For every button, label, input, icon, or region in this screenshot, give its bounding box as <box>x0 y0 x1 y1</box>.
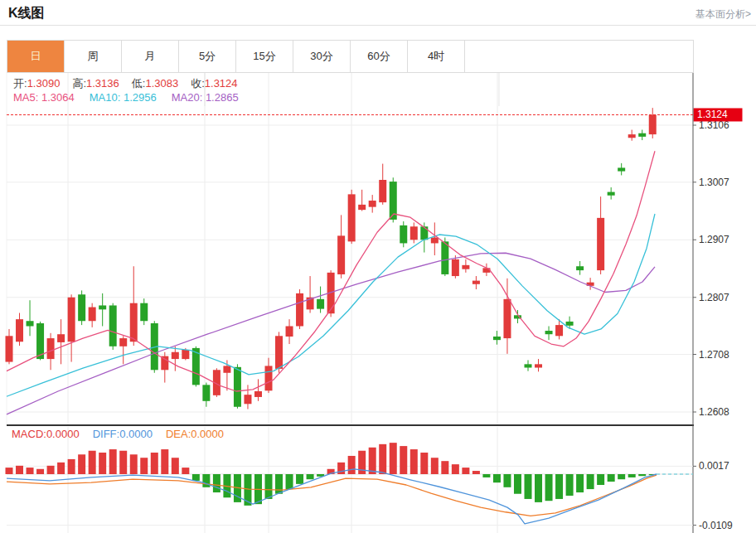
candle-down <box>27 321 34 326</box>
macd-bar-up <box>462 468 469 474</box>
candle-up <box>68 298 75 342</box>
macd-bar-up <box>47 466 55 474</box>
candle-up <box>503 299 511 338</box>
macd-bar-up <box>161 449 168 474</box>
ma20-readout: MA20: 1.2865 <box>172 91 239 104</box>
macd-bar-up <box>6 468 13 474</box>
candle-up <box>244 395 251 404</box>
high-label: 高: <box>72 77 86 90</box>
candle-up <box>628 134 636 138</box>
candle-down <box>441 241 448 274</box>
macd-bar-down <box>286 474 293 489</box>
high-value: 1.3136 <box>86 77 119 90</box>
candle-up <box>119 338 127 346</box>
price-tick-label: 1.2907 <box>699 234 729 245</box>
macd-bar-down <box>628 474 636 477</box>
macd-bar-down <box>503 474 511 487</box>
candle-up <box>172 352 179 359</box>
macd-bar-up <box>400 446 407 474</box>
candle-up <box>161 356 168 371</box>
macd-bar-up <box>182 468 189 474</box>
macd-bar-up <box>472 471 480 474</box>
macd-bar-down <box>525 474 532 499</box>
macd-bar-down <box>213 474 220 492</box>
macd-bar-up <box>140 458 148 474</box>
macd-bar-up <box>441 461 448 474</box>
macd-readout: MACD:0.0000DIFF:0.0000DEA:0.0000 <box>12 428 224 440</box>
candle-up <box>130 303 138 342</box>
price-tick-label: 1.2807 <box>699 292 729 303</box>
panel-separator <box>7 424 694 426</box>
candle-down <box>576 266 584 270</box>
candle-up <box>431 237 439 243</box>
candle-up <box>275 336 283 369</box>
open-label: 开: <box>13 77 27 90</box>
macd-bar-up <box>379 444 386 474</box>
candle-up <box>89 308 96 322</box>
macd-value: MACD:0.0000 <box>12 428 80 440</box>
low-label: 低: <box>132 77 146 90</box>
macd-bar-up <box>36 469 44 474</box>
macd-tick-label: -0.0109 <box>699 520 733 531</box>
candle-down <box>140 303 148 322</box>
candle-up <box>265 366 273 390</box>
candle-up <box>379 180 386 202</box>
macd-bar-down <box>192 474 200 481</box>
macd-tick-label: 0.0017 <box>699 460 729 472</box>
candle-down <box>566 322 574 326</box>
macd-bar-up <box>420 453 428 474</box>
close-label: 收: <box>191 77 205 90</box>
candle-down <box>99 305 106 309</box>
macd-bar-up <box>109 449 117 474</box>
candle-down <box>317 299 324 309</box>
macd-bar-up <box>27 468 34 474</box>
macd-bar-down <box>576 474 584 492</box>
price-tick-label: 1.2608 <box>699 406 729 418</box>
macd-bar-up <box>99 453 106 474</box>
candle-down <box>78 294 85 321</box>
macd-bar-up <box>119 451 127 474</box>
candle-up <box>182 350 189 359</box>
macd-bar-down <box>265 474 273 499</box>
candle-down <box>608 192 615 196</box>
macd-bar-up <box>369 448 376 474</box>
macd-bar-up <box>78 454 85 474</box>
candle-up <box>358 205 366 210</box>
candle-down <box>525 364 532 367</box>
ma10-readout: MA10: 1.2956 <box>90 91 157 104</box>
candle-up <box>649 114 657 134</box>
candle-down <box>202 385 210 400</box>
candle-up <box>296 293 303 327</box>
macd-bar-up <box>348 456 356 474</box>
kline-page: K线图 基本面分析> 日 周 月 5分 15分 30分 60分 4时 开:1.3… <box>0 0 756 533</box>
price-tick-label: 1.3007 <box>699 177 729 188</box>
low-value: 1.3083 <box>145 77 178 90</box>
macd-bar-up <box>390 443 397 474</box>
macd-bar-up <box>172 458 179 474</box>
candle-up <box>452 259 459 276</box>
ma-readout: MA5: 1.3064MA10: 1.2956MA20: 1.2865 <box>13 91 239 104</box>
candle-up <box>254 391 262 397</box>
diff-value: DIFF:0.0000 <box>93 428 153 440</box>
macd-bar-up <box>452 464 459 474</box>
candle-up <box>472 281 480 284</box>
candle-down <box>234 367 241 407</box>
candle-down <box>545 331 553 334</box>
candle-down <box>420 226 428 240</box>
candle-up <box>6 336 13 361</box>
dea-value: DEA:0.0000 <box>166 428 224 440</box>
candle-up <box>369 201 376 207</box>
macd-bar-down <box>493 474 501 482</box>
macd-bar-up <box>16 466 23 474</box>
candle-down <box>618 167 625 171</box>
candle-down <box>493 337 501 340</box>
macd-bar-down <box>307 474 314 479</box>
macd-bar-down <box>202 474 210 487</box>
candle-down <box>109 305 117 346</box>
macd-bar-down <box>514 474 521 494</box>
candle-up <box>286 326 293 337</box>
macd-bar-up <box>431 458 439 474</box>
macd-bar-down <box>482 474 490 477</box>
candle-up <box>16 319 23 342</box>
candle-up <box>337 235 345 274</box>
